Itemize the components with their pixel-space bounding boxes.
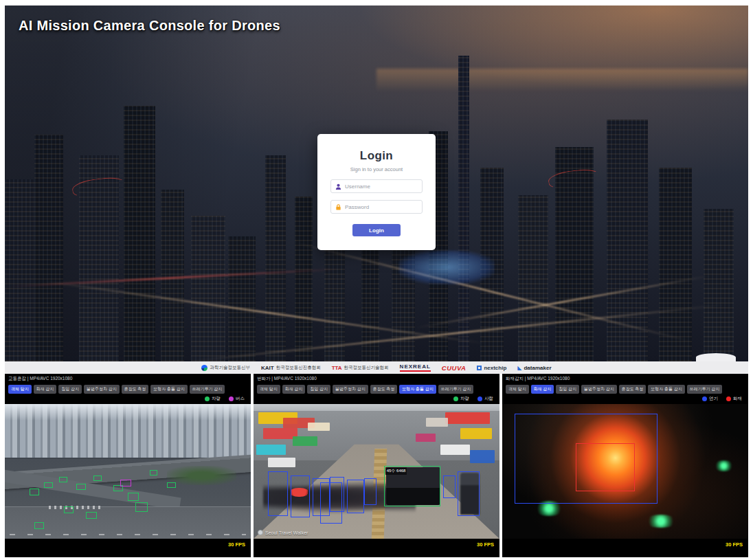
mission-chip[interactable]: 혼잡도 측정 [370, 385, 398, 394]
shop-sign [256, 445, 286, 456]
legend-dot-icon [453, 396, 458, 401]
page-title: AI Mission Camera Console for Drones [19, 18, 280, 34]
mission-chip[interactable]: 쓰레기투기 감지 [687, 385, 723, 394]
detection-box [59, 477, 68, 482]
panel-street: 번화가 | MP4/AVC 1920x1080 객체 탐지화재 감지침입 감지불… [254, 374, 499, 557]
building-silhouette [518, 195, 548, 361]
detection-legend: 차량버스 [5, 394, 251, 404]
stream-title: 화재감지 | MP4/AVC 1920x1080 [502, 374, 748, 383]
user-icon [335, 183, 341, 190]
mission-chip[interactable]: 침입 감지 [58, 385, 82, 394]
stream-title: 교통혼잡 | MP4/AVC 1920x1080 [5, 374, 251, 383]
logo-tta-brand: TTA [332, 365, 342, 371]
mission-chip[interactable]: 화재 감지 [34, 385, 57, 394]
mission-chip[interactable]: 객체 탐지 [506, 385, 529, 394]
logo-cuuva: CUUVA [442, 364, 467, 372]
username-input[interactable] [345, 183, 418, 190]
mission-chip[interactable]: 혼잡도 측정 [122, 385, 149, 394]
building-silhouette [458, 56, 469, 361]
shop-sign [470, 450, 495, 464]
detection-box [86, 512, 97, 519]
username-field[interactable] [330, 179, 423, 193]
logo-msit-text: 과학기술정보통신부 [210, 365, 250, 371]
mission-chip[interactable]: 화재 감지 [282, 385, 306, 394]
detection-box [34, 522, 44, 529]
building-silhouette [124, 106, 155, 361]
legend-item: 연기 [702, 396, 718, 402]
mission-chip[interactable]: 불법주정차 감지 [333, 385, 368, 394]
detection-box [64, 506, 74, 513]
mission-chip[interactable]: 혼잡도 측정 [619, 385, 647, 394]
legend-item: 화재 [726, 396, 742, 402]
detection-box [458, 471, 480, 516]
detection-legend: 연기화재 [502, 394, 748, 404]
shop-sign [308, 423, 330, 431]
logo-tta: TTA 한국정보통신기술협회 [332, 365, 389, 371]
detection-box [135, 502, 148, 512]
mission-chip[interactable]: 쓰레기투기 감지 [438, 385, 474, 394]
mission-chip[interactable]: 보행자 충돌 감지 [150, 385, 187, 394]
detection-box [167, 482, 176, 488]
lock-icon [335, 204, 341, 210]
logo-nexreal: NEXREAL [400, 363, 431, 372]
building-silhouette [161, 190, 184, 361]
detection-box [291, 475, 311, 517]
login-button[interactable]: Login [352, 224, 401, 236]
fps-indicator: 30 FPS [477, 541, 494, 548]
thermal-glow [714, 460, 734, 471]
detection-label: 45수 6468 [385, 467, 407, 475]
lane-markings [10, 534, 246, 535]
legend-label: 화재 [733, 396, 742, 402]
detection-box [576, 443, 635, 492]
detection-box [76, 484, 86, 491]
panel-traffic: 교통혼잡 | MP4/AVC 1920x1080 객체 탐지화재 감지침입 감지… [5, 374, 251, 557]
crosswalk [49, 506, 103, 509]
mission-chips: 객체 탐지화재 감지침입 감지불법주정차 감지혼잡도 측정보행자 충돌 감지쓰레… [254, 383, 499, 394]
mission-chips: 객체 탐지화재 감지침입 감지불법주정차 감지혼잡도 측정보행자 충돌 감지쓰레… [502, 383, 748, 394]
video-feed-street: Seoul Travel Walker 45수 6468 [254, 404, 499, 539]
legend-dot-icon [702, 396, 707, 401]
hero-section: AI Mission Camera Console for Drones Log… [5, 5, 748, 361]
video-footer: 30 FPS [254, 539, 499, 557]
detection-box [268, 471, 288, 516]
red-light-trail [71, 175, 126, 199]
shop-sign [426, 418, 448, 427]
fps-indicator: 30 FPS [726, 541, 743, 548]
logo-nextchip-brand: nextchip [484, 365, 506, 371]
mission-chip[interactable]: 보행자 충돌 감지 [399, 385, 436, 394]
password-input[interactable] [345, 204, 418, 210]
app-frame: AI Mission Camera Console for Drones Log… [5, 5, 748, 557]
globe-icon [258, 530, 263, 535]
login-card: Login Sign in to your account Login [317, 134, 436, 250]
logo-cuuva-brand: CUUVA [442, 364, 467, 372]
password-field[interactable] [330, 200, 423, 214]
detection-box [128, 493, 139, 501]
mission-chip[interactable]: 침입 감지 [307, 385, 330, 394]
panel-fire: 화재감지 | MP4/AVC 1920x1080 객체 탐지화재 감지침입 감지… [502, 374, 748, 557]
shop-sign [440, 445, 470, 456]
mission-chip[interactable]: 쓰레기투기 감지 [190, 385, 225, 394]
legend-label: 차량 [212, 396, 221, 402]
partner-logo-bar: 과학기술정보통신부 KAIT 한국정보통신진흥협회 TTA 한국정보통신기술협회… [5, 361, 748, 374]
mission-chip[interactable]: 객체 탐지 [8, 385, 32, 394]
thermal-glow [645, 515, 677, 528]
mission-chip[interactable]: 보행자 충돌 감지 [648, 385, 684, 394]
building-silhouette [659, 168, 692, 361]
mission-chip[interactable]: 화재 감지 [531, 385, 554, 394]
building-silhouette [228, 236, 256, 361]
mission-chip[interactable]: 불법주정차 감지 [581, 385, 617, 394]
detection-box [44, 482, 53, 488]
mission-chip[interactable]: 불법주정차 감지 [84, 385, 120, 394]
legend-dot-icon [726, 396, 731, 401]
shop-sign [460, 428, 493, 439]
video-feed-fire [502, 404, 748, 539]
detection-legend: 차량사람 [254, 394, 499, 404]
legend-label: 연기 [709, 396, 718, 402]
login-subtitle: Sign in to your account [330, 166, 423, 172]
building-silhouette [34, 135, 63, 361]
mission-chip[interactable]: 객체 탐지 [257, 385, 280, 394]
wave-crest-decoration [696, 353, 736, 361]
mission-chip[interactable]: 침입 감지 [556, 385, 579, 394]
building-silhouette [79, 155, 119, 361]
building-silhouette [704, 209, 734, 361]
